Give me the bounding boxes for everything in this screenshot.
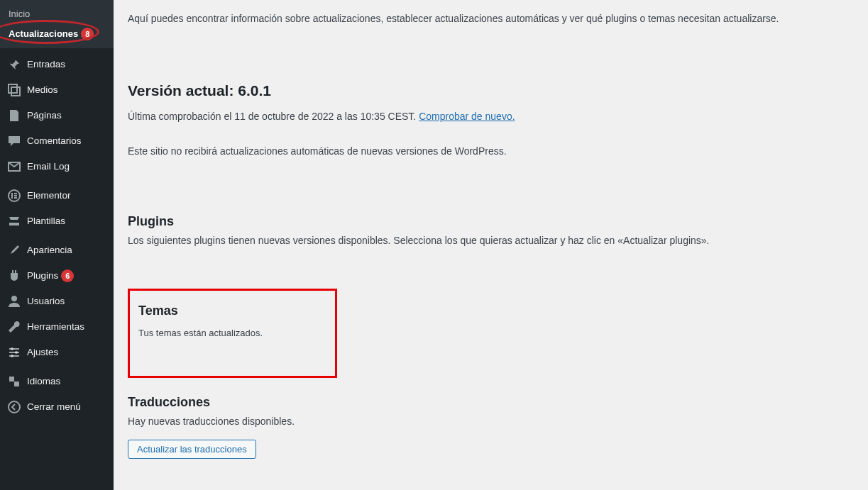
- templates-icon: [7, 214, 21, 228]
- sidebar-item-plugins[interactable]: Plugins 6: [0, 263, 114, 289]
- updates-badge: 8: [81, 28, 94, 40]
- translations-section: Traducciones Hay nuevas traducciones dis…: [128, 395, 854, 459]
- plugins-badge: 6: [61, 269, 74, 282]
- sidebar-item-elementor[interactable]: Elementor: [0, 183, 114, 208]
- svg-point-8: [11, 355, 13, 357]
- submenu-inicio[interactable]: Inicio: [0, 4, 114, 24]
- sidebar-item-medios[interactable]: Medios: [0, 77, 114, 103]
- submenu-actualizaciones[interactable]: Actualizaciones 8: [0, 24, 114, 44]
- plugins-text: Los siguientes plugins tienen nuevas ver…: [128, 235, 854, 246]
- sidebar-item-comentarios[interactable]: Comentarios: [0, 128, 114, 154]
- sidebar-item-plantillas[interactable]: Plantillas: [0, 208, 114, 234]
- svg-rect-3: [14, 195, 17, 196]
- mail-icon: [7, 160, 21, 174]
- last-check-text: Última comprobación el 11 de octubre de …: [128, 111, 419, 122]
- language-icon: [7, 374, 21, 389]
- sidebar-item-entradas[interactable]: Entradas: [0, 52, 114, 77]
- sidebar-item-label: Elementor: [27, 189, 71, 202]
- sidebar-item-label: Herramientas: [27, 321, 84, 333]
- update-translations-button[interactable]: Actualizar las traducciones: [128, 440, 256, 459]
- sidebar-item-label: Plantillas: [27, 215, 65, 228]
- sidebar-item-herramientas[interactable]: Herramientas: [0, 314, 114, 340]
- themes-text: Tus temas están actualizados.: [138, 328, 326, 338]
- collapse-icon: [7, 400, 21, 414]
- main-content: Aquí puedes encontrar información sobre …: [114, 0, 868, 490]
- svg-point-6: [11, 347, 13, 350]
- auto-update-msg: Este sitio no recibirá actualizaciones a…: [128, 144, 854, 159]
- sidebar-item-label: Medios: [27, 84, 58, 96]
- svg-rect-2: [14, 193, 17, 194]
- media-icon: [7, 83, 21, 97]
- comment-icon: [7, 134, 21, 148]
- svg-rect-4: [14, 197, 17, 199]
- brush-icon: [7, 243, 21, 257]
- sidebar-item-label: Entradas: [27, 58, 65, 71]
- svg-point-9: [9, 401, 20, 413]
- submenu-label: Inicio: [9, 8, 30, 21]
- sidebar-item-apariencia[interactable]: Apariencia: [0, 238, 114, 263]
- intro-text: Aquí puedes encontrar información sobre …: [128, 13, 854, 24]
- sidebar-item-label: Apariencia: [27, 244, 72, 257]
- sidebar-item-usuarios[interactable]: Usuarios: [0, 289, 114, 314]
- pin-icon: [7, 57, 21, 72]
- page-icon: [7, 108, 21, 123]
- wrench-icon: [7, 320, 21, 334]
- themes-heading: Temas: [138, 304, 326, 318]
- sidebar-item-label: Ajustes: [27, 346, 58, 359]
- elementor-icon: [7, 189, 21, 203]
- sliders-icon: [7, 345, 21, 360]
- sidebar-item-label: Usuarios: [27, 295, 65, 308]
- plugins-heading: Plugins: [128, 214, 854, 229]
- plugin-icon: [7, 269, 21, 283]
- sidebar-item-emaillog[interactable]: Email Log: [0, 154, 114, 179]
- admin-sidebar: Inicio Actualizaciones 8 Entradas Medios…: [0, 0, 114, 490]
- version-heading: Versión actual: 6.0.1: [128, 82, 854, 99]
- svg-point-5: [11, 296, 17, 301]
- svg-point-7: [15, 351, 18, 354]
- sidebar-item-label: Comentarios: [27, 135, 82, 147]
- sidebar-item-label: Email Log: [27, 160, 70, 173]
- sidebar-item-label: Cerrar menú: [27, 401, 81, 413]
- last-check-line: Última comprobación el 11 de octubre de …: [128, 109, 854, 124]
- translations-text: Hay nuevas traducciones disponibles.: [128, 416, 854, 427]
- sidebar-item-label: Páginas: [27, 109, 62, 122]
- user-icon: [7, 294, 21, 308]
- sidebar-item-paginas[interactable]: Páginas: [0, 103, 114, 128]
- translations-heading: Traducciones: [128, 395, 854, 410]
- dashboard-submenu: Inicio Actualizaciones 8: [0, 0, 114, 48]
- check-again-link[interactable]: Comprobar de nuevo.: [419, 111, 515, 122]
- sidebar-item-label: Idiomas: [27, 375, 60, 388]
- plugins-section: Plugins Los siguientes plugins tienen nu…: [128, 214, 854, 246]
- sidebar-item-ajustes[interactable]: Ajustes: [0, 340, 114, 365]
- submenu-label: Actualizaciones: [9, 28, 78, 40]
- sidebar-item-cerrar[interactable]: Cerrar menú: [0, 394, 114, 420]
- sidebar-item-label: Plugins: [27, 269, 58, 282]
- svg-rect-1: [11, 193, 13, 199]
- version-section: Versión actual: 6.0.1 Última comprobació…: [128, 82, 854, 159]
- themes-section: Temas Tus temas están actualizados.: [128, 289, 337, 378]
- sidebar-item-idiomas[interactable]: Idiomas: [0, 369, 114, 394]
